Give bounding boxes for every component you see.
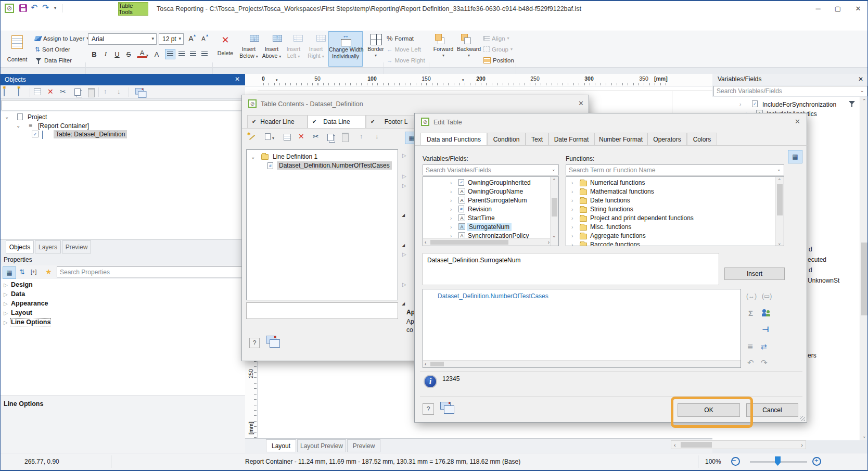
tab-data-and-functions[interactable]: Data and Functions: [420, 133, 487, 146]
variables-search-input[interactable]: [713, 86, 867, 96]
scroll-up-icon[interactable]: ⌃: [552, 178, 556, 183]
caret-down-icon[interactable]: ▾: [272, 136, 274, 141]
var-parentsurrogatenum[interactable]: ParentSurrogateNum: [468, 197, 527, 204]
fn-barcode[interactable]: Barcode functions: [590, 241, 640, 246]
scroll-left-icon[interactable]: ‹: [425, 239, 426, 245]
zoom-out-circle[interactable]: [731, 457, 740, 466]
fn-mathematical[interactable]: Mathematical functions: [590, 188, 654, 195]
window-close-button[interactable]: ✕: [848, 1, 868, 16]
align-left-button[interactable]: [165, 49, 175, 59]
expand-all-button[interactable]: [+]: [31, 269, 36, 275]
scrollbar-thumb[interactable]: [430, 240, 508, 245]
vertical-scrollbar[interactable]: ⌃ ⌄: [550, 177, 558, 246]
checkbox-checked-icon[interactable]: ✓: [32, 131, 39, 137]
tab-data-line[interactable]: ✔ Data Line: [308, 115, 366, 129]
expander-closed-icon[interactable]: ▷: [4, 310, 8, 316]
tab-number-format[interactable]: Number Format: [594, 133, 647, 146]
insert-above-button[interactable]: ↑ Insert Above ▾: [261, 32, 283, 66]
categorized-view-button[interactable]: ▦: [3, 266, 16, 279]
properties-icon[interactable]: [34, 88, 41, 95]
dialog-close-icon[interactable]: ✕: [578, 99, 584, 107]
minimize-button[interactable]: ─: [808, 1, 828, 16]
expander-closed-icon[interactable]: ›: [571, 215, 573, 221]
scroll-right-icon[interactable]: ›: [801, 442, 803, 448]
delete-button[interactable]: ✕ Delete: [215, 33, 236, 63]
align-justify-button[interactable]: [199, 49, 210, 59]
expander-open-icon[interactable]: ⌄: [16, 123, 20, 129]
tree-item-dataset-numberoftestcases[interactable]: Dataset_Definition.NumberOfTestCases: [277, 161, 392, 170]
properties-icon[interactable]: [284, 134, 291, 141]
tab-colors[interactable]: Colors: [687, 133, 717, 146]
expander-closed-icon[interactable]: ›: [450, 198, 452, 203]
scrollbar-thumb[interactable]: [861, 243, 868, 315]
maximize-button[interactable]: ▢: [828, 1, 848, 16]
var-owninggroupname[interactable]: OwningGroupName: [468, 188, 523, 195]
expander-closed-icon[interactable]: ›: [571, 224, 573, 230]
scrollbar-thumb[interactable]: [681, 442, 712, 448]
expander-closed-icon[interactable]: ▷: [4, 301, 8, 307]
objects-filter-input[interactable]: [2, 100, 243, 110]
horizontal-scrollbar[interactable]: ‹ ›: [671, 440, 806, 449]
tab-header-line[interactable]: ✔ Header Line: [247, 115, 308, 129]
scroll-down-icon[interactable]: ⌄: [777, 240, 782, 246]
categorized-view-button[interactable]: ▦: [788, 150, 802, 163]
indent-icon[interactable]: ⊣: [762, 325, 769, 334]
expander-closed-icon[interactable]: ›: [571, 198, 573, 203]
category-design[interactable]: Design: [11, 281, 33, 288]
alphabetical-sort-button[interactable]: ⇅: [19, 268, 25, 276]
var-revision[interactable]: Revision: [468, 206, 492, 213]
backward-button[interactable]: Backward ▾: [456, 31, 481, 65]
var-starttime[interactable]: StartTime: [468, 214, 495, 222]
category-appearance[interactable]: Appearance: [11, 300, 48, 307]
shrink-font-button[interactable]: A▴: [198, 33, 209, 44]
fn-numerical[interactable]: Numerical functions: [590, 179, 645, 186]
expression-editor[interactable]: Dataset_Definition.NumberOfTestCases ‹: [423, 289, 741, 368]
italic-button[interactable]: I: [100, 49, 111, 59]
combo-arrow-icon[interactable]: ⌄: [777, 167, 781, 172]
scroll-up-icon[interactable]: ⌃: [862, 98, 866, 104]
expander-closed-icon[interactable]: ›: [571, 180, 573, 186]
strikethrough-button[interactable]: S: [123, 49, 134, 59]
favorites-star-icon[interactable]: ★: [45, 268, 52, 276]
forward-button[interactable]: Forward ▾: [431, 31, 455, 65]
tab-layout-preview[interactable]: Layout Preview: [297, 439, 346, 452]
save-button[interactable]: [19, 4, 27, 12]
expander-open-icon[interactable]: ⌄: [5, 114, 9, 120]
data-filter-button[interactable]: Data Filter: [35, 55, 72, 65]
assign-to-layer-button[interactable]: Assign to Layer▾: [35, 33, 88, 43]
dialog-help-button[interactable]: ?: [423, 403, 434, 415]
tab-objects[interactable]: Objects: [6, 240, 34, 253]
font-name-combo[interactable]: Arial▾: [88, 33, 157, 45]
fn-aggregate[interactable]: Aggregate functions: [590, 232, 646, 239]
tab-operators[interactable]: Operators: [647, 133, 687, 146]
objects-panel-close-icon[interactable]: ✕: [235, 75, 240, 83]
underline-button[interactable]: U: [112, 49, 122, 59]
tab-layers[interactable]: Layers: [35, 240, 61, 253]
insert-below-button[interactable]: ↓ Insert Below ▾: [238, 32, 260, 66]
expander-open-icon[interactable]: ⌄: [251, 154, 255, 160]
fn-project-print[interactable]: Project and print dependent functions: [590, 214, 694, 222]
scrollbar-thumb[interactable]: [552, 198, 557, 217]
copy-icon[interactable]: [74, 88, 81, 96]
expander-closed-icon[interactable]: ›: [571, 207, 573, 212]
expander-closed-icon[interactable]: ›: [450, 180, 452, 186]
tree-item-line-definition[interactable]: Line Definition 1: [273, 153, 317, 160]
align-right-button[interactable]: [188, 49, 198, 59]
reorder-icon[interactable]: ⇄: [761, 342, 767, 351]
add-item-icon[interactable]: [265, 133, 271, 140]
expander-closed-icon[interactable]: ›: [450, 189, 452, 195]
redo-button[interactable]: ↷: [42, 3, 49, 12]
tree-item-project[interactable]: Project: [28, 113, 47, 121]
expander-closed-icon[interactable]: ▷: [4, 282, 8, 288]
copy-icon[interactable]: [327, 134, 334, 141]
cancel-button[interactable]: Cancel: [746, 403, 798, 417]
fn-date[interactable]: Date functions: [590, 197, 630, 204]
vertical-scrollbar[interactable]: ⌃ ⌄: [860, 97, 868, 440]
tab-layout[interactable]: Layout: [266, 439, 296, 452]
expander-closed-icon[interactable]: ›: [450, 224, 452, 230]
cut-icon[interactable]: ✂: [60, 87, 66, 96]
tab-condition[interactable]: Condition: [487, 133, 526, 146]
duplicate-icon[interactable]: [134, 87, 148, 99]
scroll-down-icon[interactable]: ⌄: [552, 233, 556, 238]
scrollbar-thumb[interactable]: [777, 184, 783, 215]
